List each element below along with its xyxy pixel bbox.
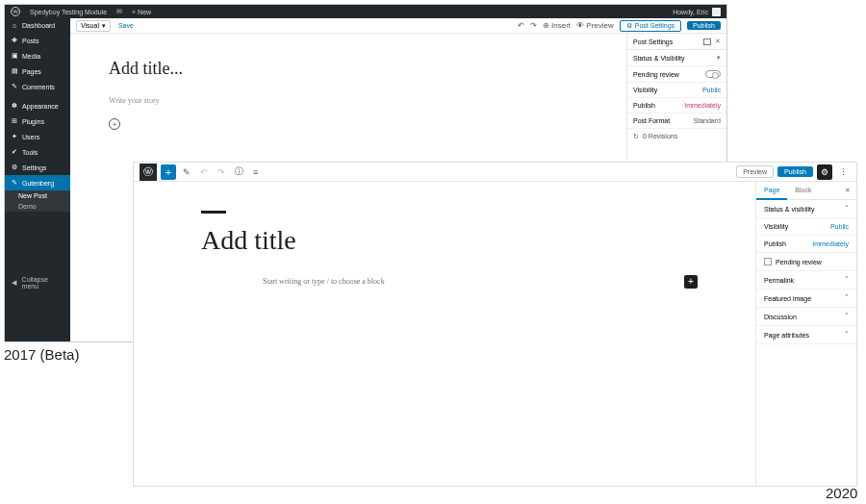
add-block-button[interactable]: + [684, 275, 698, 289]
visibility-row[interactable]: VisibilityPublic [756, 218, 856, 236]
settings-panel-2020: Page Block ✕ Status & visibility˄ Visibi… [755, 182, 856, 486]
panel-header: Post Settings ✕ [627, 34, 726, 50]
sidebar-item-plugins[interactable]: ⊞Plugins [5, 113, 70, 129]
site-name[interactable]: Spedyboy Testing Module [30, 9, 107, 15]
publish-button[interactable]: Publish [687, 21, 721, 30]
close-panel-icon[interactable]: ✕ [839, 182, 856, 199]
plugins-icon: ⊞ [11, 117, 18, 125]
media-icon: ▣ [11, 52, 18, 60]
sidebar-item-dashboard[interactable]: ⌂Dashboard [5, 18, 70, 33]
redo-icon[interactable]: ↷ [215, 167, 228, 177]
publish-button[interactable]: Publish [777, 166, 813, 177]
comment-icon[interactable]: ✉ [116, 8, 122, 15]
add-block-button[interactable]: + [109, 118, 120, 130]
post-content-input[interactable]: Write your story [109, 96, 588, 105]
sidebar-item-comments[interactable]: ✎Comments [5, 79, 70, 94]
settings-icon: ⚙ [11, 164, 18, 171]
chevron-down-icon: ˅ [845, 331, 849, 339]
permalink-section[interactable]: Permalink˅ [756, 271, 856, 290]
posts-icon: ✚ [11, 37, 18, 44]
page-attributes-section[interactable]: Page attributes˅ [756, 326, 856, 344]
more-menu-icon[interactable]: ⋮ [836, 167, 851, 177]
pending-review-checkbox[interactable] [764, 258, 772, 265]
sidebar-item-pages[interactable]: ▤Pages [5, 63, 70, 79]
tab-page[interactable]: Page [756, 182, 787, 200]
gear-icon: ⚙ [626, 22, 632, 30]
status-visibility-section[interactable]: Status & Visibility▾ [627, 50, 726, 66]
revisions-row[interactable]: ↻0 Revisions [627, 129, 726, 144]
inserter-toggle[interactable]: + [161, 164, 176, 180]
sidebar-item-appearance[interactable]: ✽Appearance [5, 98, 70, 113]
redo-icon[interactable]: ↷ [530, 21, 537, 30]
title-accent [201, 211, 226, 214]
preview-button[interactable]: 👁 Preview [576, 21, 614, 30]
editor-toolbar-2020: ⓦ + ✎ ↶ ↷ ⓘ ≡ Preview Publish ⚙ ⋮ [134, 163, 856, 182]
sidebar-item-settings[interactable]: ⚙Settings [5, 160, 70, 175]
admin-bar: W Spedyboy Testing Module ✉ + New Howdy,… [5, 5, 726, 18]
wordpress-logo-icon[interactable]: ⓦ [140, 164, 157, 181]
tools-icon: ✔ [11, 148, 18, 156]
block-prompt[interactable]: Start writing or type / to choose a bloc… [263, 277, 385, 286]
chevron-down-icon: ▾ [717, 54, 721, 62]
caption-2017: 2017 (Beta) [4, 346, 79, 363]
close-panel-icon[interactable]: ✕ [715, 38, 721, 45]
undo-icon[interactable]: ↶ [518, 21, 524, 30]
admin-sidebar: ⌂Dashboard ✚Posts ▣Media ▤Pages ✎Comment… [5, 18, 70, 341]
chevron-down-icon: ▾ [102, 22, 106, 30]
status-visibility-section[interactable]: Status & visibility˄ [756, 200, 856, 218]
pending-review-row: Pending review [756, 253, 856, 271]
appearance-icon: ✽ [11, 102, 18, 110]
history-icon: ↻ [633, 133, 639, 140]
sidebar-item-media[interactable]: ▣Media [5, 48, 70, 63]
save-button[interactable]: Save [118, 22, 134, 29]
info-icon[interactable]: ⓘ [232, 165, 246, 178]
collapse-icon: ◀ [11, 279, 18, 287]
avatar[interactable] [712, 8, 721, 16]
post-title-input[interactable]: Add title... [109, 59, 588, 79]
sidebar-item-tools[interactable]: ✔Tools [5, 144, 70, 160]
wordpress-logo-icon[interactable]: W [11, 7, 20, 16]
sidebar-sub-newpost[interactable]: New Post [5, 190, 70, 201]
comments-icon: ✎ [11, 83, 18, 90]
chevron-down-icon: ˅ [845, 294, 849, 302]
featured-image-section[interactable]: Featured image˅ [756, 290, 856, 308]
visibility-row[interactable]: VisibilityPublic [627, 83, 726, 98]
sidebar-item-users[interactable]: ✦Users [5, 129, 70, 144]
outline-icon[interactable]: ≡ [250, 167, 261, 177]
post-settings-button[interactable]: ⚙Post Settings [620, 20, 681, 32]
users-icon: ✦ [11, 133, 18, 140]
chevron-up-icon: ˄ [845, 205, 849, 213]
collapse-menu[interactable]: ◀Collapse menu [5, 272, 70, 293]
publish-row[interactable]: PublishImmediately [756, 236, 856, 253]
post-title-input[interactable]: Add title [201, 225, 688, 256]
gutenberg-2020-panel: ⓦ + ✎ ↶ ↷ ⓘ ≡ Preview Publish ⚙ ⋮ Add ti… [133, 162, 857, 487]
new-content[interactable]: + New [132, 9, 151, 15]
chevron-down-icon: ˅ [845, 276, 849, 284]
editor-body-2020[interactable]: Add title Start writing or type / to cho… [134, 182, 755, 486]
pin-icon[interactable] [703, 38, 711, 45]
undo-icon[interactable]: ↶ [197, 167, 211, 177]
pages-icon: ▤ [11, 67, 18, 75]
preview-button[interactable]: Preview [736, 165, 774, 178]
gutenberg-icon: ✎ [11, 179, 18, 187]
pending-review-row: Pending review [627, 66, 726, 83]
sidebar-item-gutenberg[interactable]: ✎Gutenberg [5, 175, 70, 190]
chevron-down-icon: ˅ [845, 313, 849, 320]
editor-toolbar-2017: Visual▾ Save ↶ ↷ ⊕ Insert 👁 Preview ⚙Pos… [70, 18, 726, 34]
sidebar-sub-demo[interactable]: Demo [5, 201, 70, 212]
dashboard-icon: ⌂ [11, 22, 18, 29]
howdy-user[interactable]: Howdy, Eric [673, 9, 708, 15]
post-format-row[interactable]: Post FormatStandard [627, 113, 726, 129]
insert-button[interactable]: ⊕ Insert [543, 21, 571, 30]
tab-block[interactable]: Block [787, 182, 819, 199]
panel-tabs: Page Block ✕ [756, 182, 856, 200]
visual-mode-select[interactable]: Visual▾ [76, 20, 111, 32]
sidebar-item-posts[interactable]: ✚Posts [5, 33, 70, 48]
settings-toggle[interactable]: ⚙ [817, 164, 832, 180]
pending-review-toggle[interactable] [705, 70, 721, 78]
caption-2020: 2020 [826, 485, 857, 501]
publish-row[interactable]: PublishImmediately [627, 98, 726, 113]
edit-mode-icon[interactable]: ✎ [180, 167, 193, 177]
discussion-section[interactable]: Discussion˅ [756, 308, 856, 326]
